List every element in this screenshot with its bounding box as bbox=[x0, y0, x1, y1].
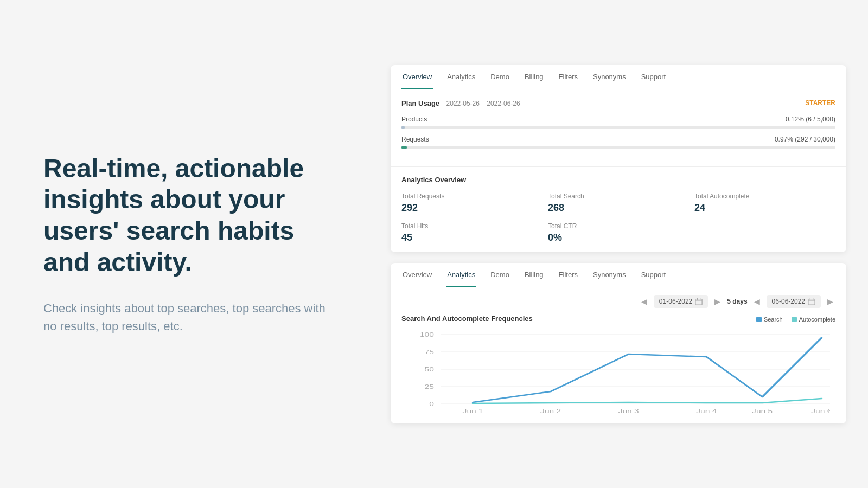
tab-analytics-2[interactable]: Analytics bbox=[446, 263, 476, 287]
plan-usage-section: Plan Usage 2022-05-26 – 2022-06-26 START… bbox=[391, 89, 846, 164]
svg-text:100: 100 bbox=[420, 331, 434, 337]
starter-badge: STARTER bbox=[805, 99, 835, 107]
svg-text:Jun 4: Jun 4 bbox=[696, 408, 717, 414]
stat-total-search: Total Search 268 bbox=[548, 192, 689, 214]
date-controls: ◀ 01-06-2022 ▶ 5 days ◀ 06-06-2022 ▶ bbox=[401, 295, 835, 308]
analytics-overview-title: Analytics Overview bbox=[401, 176, 835, 184]
plan-date-range: 2022-05-26 – 2022-06-26 bbox=[446, 100, 520, 107]
date-to-value: 06-06-2022 bbox=[772, 298, 805, 305]
tab-demo-2[interactable]: Demo bbox=[489, 263, 510, 287]
stat-total-hits-value: 45 bbox=[401, 232, 542, 243]
date-to-btn[interactable]: 06-06-2022 bbox=[767, 295, 821, 308]
tab-support-1[interactable]: Support bbox=[640, 65, 667, 89]
svg-text:Jun 6: Jun 6 bbox=[811, 408, 830, 414]
tab-nav-1: Overview Analytics Demo Billing Filters … bbox=[391, 65, 846, 89]
stat-total-autocomplete-label: Total Autocomplete bbox=[694, 192, 835, 200]
requests-percent: 0.97% (292 / 30,000) bbox=[775, 136, 835, 143]
stat-total-autocomplete-value: 24 bbox=[694, 202, 835, 214]
svg-text:75: 75 bbox=[425, 349, 434, 355]
stat-total-search-label: Total Search bbox=[548, 192, 689, 200]
analytics-stats-grid: Total Requests 292 Total Search 268 Tota… bbox=[401, 192, 835, 243]
legend-search-dot bbox=[756, 317, 762, 322]
tab-support-2[interactable]: Support bbox=[640, 263, 667, 287]
tab-filters-2[interactable]: Filters bbox=[558, 263, 579, 287]
legend-search: Search bbox=[756, 316, 783, 323]
calendar-to-icon bbox=[808, 298, 815, 305]
search-line bbox=[473, 338, 822, 402]
card-overview: Overview Analytics Demo Billing Filters … bbox=[391, 65, 846, 252]
date-next-to-btn[interactable]: ▶ bbox=[825, 297, 835, 306]
stat-total-requests-value: 292 bbox=[401, 202, 542, 214]
stat-total-search-value: 268 bbox=[548, 202, 689, 214]
products-usage: Products 0.12% (6 / 5,000) bbox=[401, 115, 835, 129]
tab-billing-1[interactable]: Billing bbox=[524, 65, 545, 89]
svg-text:0: 0 bbox=[429, 401, 434, 407]
calendar-from-icon bbox=[695, 298, 703, 305]
date-from-value: 01-06-2022 bbox=[659, 298, 692, 305]
legend-search-label: Search bbox=[764, 316, 783, 323]
tab-synonyms-2[interactable]: Synonyms bbox=[592, 263, 627, 287]
autocomplete-line bbox=[473, 399, 822, 403]
stat-total-ctr-value: 0% bbox=[548, 232, 689, 243]
svg-text:Jun 3: Jun 3 bbox=[618, 408, 639, 414]
days-label: 5 days bbox=[727, 298, 747, 305]
stat-total-autocomplete: Total Autocomplete 24 bbox=[694, 192, 835, 214]
svg-text:Jun 1: Jun 1 bbox=[463, 408, 483, 414]
chart-container: 100 75 50 25 0 Jun 1 Jun 2 Jun 3 Jun 4 J… bbox=[401, 329, 835, 423]
requests-usage-header: Requests 0.97% (292 / 30,000) bbox=[401, 136, 835, 143]
main-heading: Real-time, actionable insights about you… bbox=[43, 153, 336, 278]
stat-total-hits-label: Total Hits bbox=[401, 222, 542, 230]
tab-synonyms-1[interactable]: Synonyms bbox=[592, 65, 627, 89]
tab-nav-2: Overview Analytics Demo Billing Filters … bbox=[391, 263, 846, 287]
card-analytics: Overview Analytics Demo Billing Filters … bbox=[391, 263, 846, 423]
requests-usage: Requests 0.97% (292 / 30,000) bbox=[401, 136, 835, 149]
products-label: Products bbox=[401, 115, 427, 123]
svg-text:Jun 2: Jun 2 bbox=[540, 408, 561, 414]
svg-text:Jun 5: Jun 5 bbox=[752, 408, 773, 414]
stat-total-ctr: Total CTR 0% bbox=[548, 222, 689, 243]
tab-filters-1[interactable]: Filters bbox=[558, 65, 579, 89]
chart-legend: Search Autocomplete bbox=[756, 316, 835, 323]
requests-bar-bg bbox=[401, 146, 835, 149]
legend-autocomplete-dot bbox=[792, 317, 797, 322]
sub-text: Check insights about top searches, top s… bbox=[43, 299, 336, 335]
date-next-from-btn[interactable]: ▶ bbox=[712, 297, 723, 306]
requests-label: Requests bbox=[401, 136, 429, 143]
stat-total-hits: Total Hits 45 bbox=[401, 222, 542, 243]
analytics-overview-section: Analytics Overview Total Requests 292 To… bbox=[391, 166, 846, 252]
plan-usage-header: Plan Usage 2022-05-26 – 2022-06-26 START… bbox=[401, 98, 835, 108]
stat-total-requests: Total Requests 292 bbox=[401, 192, 542, 214]
tab-overview-2[interactable]: Overview bbox=[401, 263, 433, 287]
tab-billing-2[interactable]: Billing bbox=[524, 263, 545, 287]
products-usage-header: Products 0.12% (6 / 5,000) bbox=[401, 115, 835, 123]
date-from-btn[interactable]: 01-06-2022 bbox=[654, 295, 708, 308]
stat-total-requests-label: Total Requests bbox=[401, 192, 542, 200]
right-panel: Overview Analytics Demo Billing Filters … bbox=[380, 49, 868, 440]
chart-title: Search And Autocomplete Frequencies bbox=[401, 314, 533, 323]
legend-autocomplete-label: Autocomplete bbox=[799, 316, 835, 323]
products-bar-bg bbox=[401, 126, 835, 129]
tab-overview-1[interactable]: Overview bbox=[401, 65, 433, 89]
chart-svg: 100 75 50 25 0 Jun 1 Jun 2 Jun 3 Jun 4 J… bbox=[407, 329, 830, 416]
chart-card-body: ◀ 01-06-2022 ▶ 5 days ◀ 06-06-2022 ▶ Sea… bbox=[391, 287, 846, 423]
svg-text:25: 25 bbox=[425, 383, 434, 389]
products-bar-fill bbox=[401, 126, 405, 129]
svg-rect-0 bbox=[695, 299, 702, 305]
date-prev-to-btn[interactable]: ◀ bbox=[752, 297, 762, 306]
tab-analytics-1[interactable]: Analytics bbox=[446, 65, 476, 89]
plan-usage-label: Plan Usage bbox=[401, 99, 439, 107]
tab-demo-1[interactable]: Demo bbox=[489, 65, 510, 89]
date-prev-btn[interactable]: ◀ bbox=[639, 297, 649, 306]
legend-autocomplete: Autocomplete bbox=[792, 316, 835, 323]
left-panel: Real-time, actionable insights about you… bbox=[0, 120, 380, 368]
plan-usage-title-row: Plan Usage 2022-05-26 – 2022-06-26 bbox=[401, 98, 520, 108]
requests-bar-fill bbox=[401, 146, 407, 149]
products-percent: 0.12% (6 / 5,000) bbox=[786, 115, 835, 123]
svg-rect-4 bbox=[808, 299, 815, 305]
stat-total-ctr-label: Total CTR bbox=[548, 222, 689, 230]
svg-text:50: 50 bbox=[425, 366, 434, 372]
